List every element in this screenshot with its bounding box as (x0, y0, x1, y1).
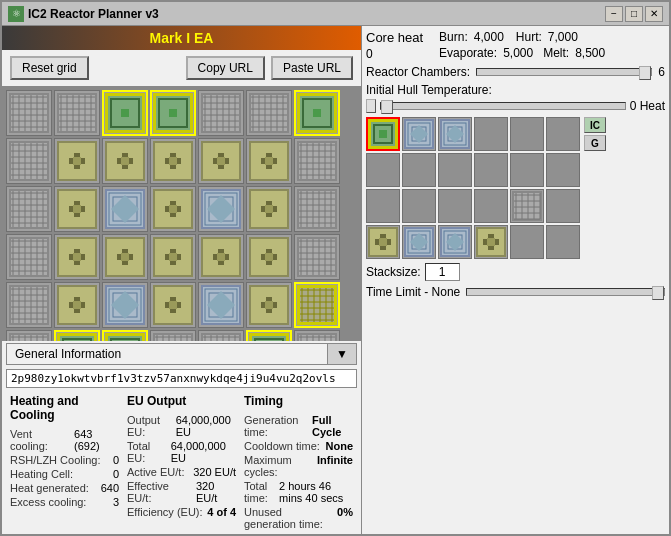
grid-cell-0-2[interactable] (102, 90, 148, 136)
restore-button[interactable]: □ (625, 6, 643, 22)
right-cell-0-5[interactable] (546, 117, 580, 151)
grid-cell-2-5[interactable] (246, 186, 292, 232)
grid-cell-2-0[interactable] (6, 186, 52, 232)
hull-temp-slider-thumb[interactable] (381, 100, 393, 114)
grid-cell-0-1[interactable] (54, 90, 100, 136)
grid-cell-2-6[interactable] (294, 186, 340, 232)
time-limit-label: Time Limit - None (366, 285, 460, 299)
grid-cell-1-4[interactable] (198, 138, 244, 184)
grid-cell-4-6[interactable] (294, 282, 340, 328)
right-cell-1-2[interactable] (438, 153, 472, 187)
eu-output-col: EU Output Output EU: 64,000,000 EU Total… (127, 394, 236, 530)
cell-icon-0-0 (9, 93, 49, 133)
grid-cell-2-3[interactable] (150, 186, 196, 232)
right-cell-2-3[interactable] (474, 189, 508, 223)
right-cell-3-2[interactable] (438, 225, 472, 259)
grid-cell-0-4[interactable] (198, 90, 244, 136)
right-cell-2-1[interactable] (402, 189, 436, 223)
melt-label: Melt: (543, 46, 569, 60)
right-cell-1-3[interactable] (474, 153, 508, 187)
chambers-value: 6 (658, 65, 665, 79)
cooldown-row: Cooldown time: None (244, 440, 353, 452)
efficiency-label: Efficiency (EU): (127, 506, 203, 518)
grid-row-4 (6, 282, 357, 328)
grid-cell-1-1[interactable] (54, 138, 100, 184)
right-cell-0-3[interactable] (474, 117, 508, 151)
grid-cell-4-1[interactable] (54, 282, 100, 328)
grid-cell-5-5[interactable] (246, 330, 292, 341)
close-button[interactable]: ✕ (645, 6, 663, 22)
grid-cell-1-0[interactable] (6, 138, 52, 184)
right-cell-3-4[interactable] (510, 225, 544, 259)
grid-cell-5-2[interactable] (102, 330, 148, 341)
grid-cell-0-6[interactable] (294, 90, 340, 136)
grid-cell-5-1[interactable] (54, 330, 100, 341)
grid-cell-3-2[interactable] (102, 234, 148, 280)
grid-cell-4-2[interactable] (102, 282, 148, 328)
grid-cell-2-1[interactable] (54, 186, 100, 232)
grid-cell-1-5[interactable] (246, 138, 292, 184)
right-cell-3-5[interactable] (546, 225, 580, 259)
grid-cell-3-1[interactable] (54, 234, 100, 280)
time-limit-row: Time Limit - None (366, 285, 665, 299)
right-cell-2-4[interactable] (510, 189, 544, 223)
grid-cell-2-2[interactable] (102, 186, 148, 232)
right-cell-2-2[interactable] (438, 189, 472, 223)
right-cell-1-5[interactable] (546, 153, 580, 187)
grid-cell-4-0[interactable] (6, 282, 52, 328)
core-heat-value: 0 (366, 47, 423, 61)
paste-url-button[interactable]: Paste URL (271, 56, 353, 80)
grid-cell-0-3[interactable] (150, 90, 196, 136)
stacksize-input[interactable] (425, 263, 460, 281)
right-cell-2-5[interactable] (546, 189, 580, 223)
right-cell-0-1[interactable] (402, 117, 436, 151)
grid-cell-4-3[interactable] (150, 282, 196, 328)
cell-icon-5-3 (153, 333, 193, 341)
grid-cell-5-3[interactable] (150, 330, 196, 341)
chambers-slider-thumb[interactable] (639, 66, 651, 80)
reset-grid-button[interactable]: Reset grid (10, 56, 89, 80)
g-button[interactable]: G (584, 135, 606, 151)
right-cell-3-0[interactable] (366, 225, 400, 259)
grid-cell-1-3[interactable] (150, 138, 196, 184)
heat-generated-row: Heat generated: 640 (10, 482, 119, 494)
chambers-slider[interactable] (476, 68, 652, 76)
copy-url-button[interactable]: Copy URL (186, 56, 265, 80)
grid-cell-5-0[interactable] (6, 330, 52, 341)
grid-cell-5-6[interactable] (294, 330, 340, 341)
grid-cell-3-6[interactable] (294, 234, 340, 280)
grid-cell-3-4[interactable] (198, 234, 244, 280)
minimize-button[interactable]: − (605, 6, 623, 22)
grid-cell-0-5[interactable] (246, 90, 292, 136)
grid-cell-2-4[interactable] (198, 186, 244, 232)
right-cell-0-4[interactable] (510, 117, 544, 151)
ic-button[interactable]: IC (584, 117, 606, 133)
right-cell-3-1[interactable] (402, 225, 436, 259)
general-info-dropdown-arrow[interactable]: ▼ (327, 344, 356, 364)
right-cell-icon-0-1 (404, 119, 434, 149)
right-cell-1-1[interactable] (402, 153, 436, 187)
grid-cell-5-4[interactable] (198, 330, 244, 341)
right-cell-1-0[interactable] (366, 153, 400, 187)
chambers-row: Reactor Chambers: 6 (366, 65, 665, 79)
hull-temp-slider[interactable] (380, 102, 626, 110)
general-info-bar[interactable]: General Information ▼ (6, 343, 357, 365)
grid-cell-4-4[interactable] (198, 282, 244, 328)
grid-cell-0-0[interactable] (6, 90, 52, 136)
grid-cell-3-3[interactable] (150, 234, 196, 280)
grid-cell-4-5[interactable] (246, 282, 292, 328)
right-cell-1-4[interactable] (510, 153, 544, 187)
right-cell-0-0[interactable] (366, 117, 400, 151)
right-cell-3-3[interactable] (474, 225, 508, 259)
cell-icon-1-6 (297, 141, 337, 181)
right-cell-2-0[interactable] (366, 189, 400, 223)
grid-cell-3-0[interactable] (6, 234, 52, 280)
grid-row-3 (6, 234, 357, 280)
time-limit-slider-thumb[interactable] (652, 286, 664, 300)
right-cell-0-2[interactable] (438, 117, 472, 151)
hull-temp-left-marker (366, 99, 376, 113)
time-limit-slider[interactable] (466, 288, 665, 296)
grid-cell-1-2[interactable] (102, 138, 148, 184)
grid-cell-1-6[interactable] (294, 138, 340, 184)
grid-cell-3-5[interactable] (246, 234, 292, 280)
